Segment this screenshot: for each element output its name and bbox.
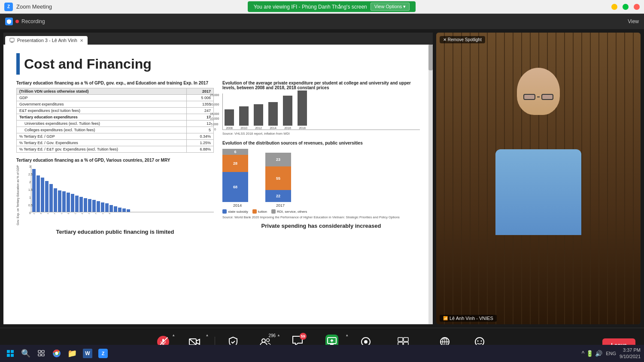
bar-2010: 2010: [239, 106, 249, 130]
tab-close-button[interactable]: ✕: [80, 38, 83, 43]
right-section2-title: Evolution of the distribution sources of…: [222, 141, 420, 145]
scroll-thumb[interactable]: [428, 45, 433, 70]
notification-banner: You are viewing IFI - Phùng Danh Thắng's…: [248, 1, 416, 12]
maximize-button[interactable]: [623, 4, 629, 10]
financing-table: (Trillion VDN unless otherwise stated) 2…: [16, 88, 214, 153]
zoom-logo: Z: [4, 3, 13, 11]
seg-tuition-2014: 28: [222, 155, 248, 172]
x-axis-labels: Denmark Norway Sweden Finland Canada Net…: [31, 213, 214, 216]
svg-rect-31: [38, 354, 41, 356]
bar-lao: [118, 208, 122, 212]
start-menu-icon[interactable]: [3, 347, 17, 360]
view-options-button[interactable]: View Options ▾: [371, 3, 410, 11]
y-axis-label: Gov. Exp. on Tertiary Education as % of …: [16, 165, 29, 225]
minimize-button[interactable]: [611, 4, 617, 10]
expenditure-bars: 25,000 20,000 15,000 10,000 5,000 0 2008: [222, 94, 420, 130]
title-bar-left: Z Zoom Meeting: [4, 3, 52, 11]
network-icon: 🔋: [586, 350, 593, 357]
word-taskbar-icon[interactable]: W: [81, 347, 94, 360]
tab-bar: Presentation 3 - Lê Anh Vinh ✕: [3, 33, 433, 45]
seg-rdi-2017: 23: [265, 153, 291, 166]
bar-denmark: [32, 169, 36, 212]
head: [517, 68, 560, 115]
bar-japan: [105, 203, 109, 212]
zoom-taskbar-icon[interactable]: Z: [96, 347, 110, 360]
stacked-bar-2014: 6 28 68: [222, 149, 252, 202]
seg-state-2017: 22: [265, 190, 291, 202]
window-controls: [611, 4, 640, 10]
bar-malaysia: [79, 197, 83, 212]
stacked-2017: 23 55 22 2017: [265, 153, 295, 208]
year-label-2014: 2014: [233, 203, 242, 208]
section2-title: Tertiary education financing as a % of G…: [16, 158, 214, 163]
legend-dot-rdi: [271, 209, 276, 214]
table-row: % Tertiary Ed. / E&T gov. Expenditures (…: [17, 146, 214, 153]
bar-norway: [36, 175, 40, 212]
bar-2012: 2012: [254, 104, 263, 130]
app-title: Zoom Meeting: [16, 3, 52, 10]
svg-point-23: [477, 340, 479, 341]
legend-state-label: state subsidy: [228, 210, 248, 214]
bar-republic: [88, 199, 91, 212]
stacked-2014: 6 28 68 2014: [222, 149, 252, 208]
system-tray: ^ 🔋 🔊: [582, 350, 603, 357]
svg-line-5: [189, 339, 196, 345]
body: [495, 149, 581, 235]
bar-finland: [45, 181, 49, 212]
table-row: Tertiary education expenditures17: [17, 114, 214, 121]
bar-france: [71, 194, 74, 212]
table-row: % Tertiary Ed. / Gov. Expenditures1.25%: [17, 140, 214, 146]
seg-state-2014: 68: [222, 172, 248, 202]
taskbar-right: ^ 🔋 🔊 ENG 3:37 PM 9/10/2021: [582, 347, 641, 360]
start-video-caret: ▲: [205, 333, 209, 337]
chevron-tray-icon[interactable]: ^: [582, 350, 585, 357]
clock-time: 3:37 PM: [620, 347, 641, 353]
view-button[interactable]: View: [628, 18, 639, 24]
close-button[interactable]: [634, 4, 640, 10]
svg-point-24: [481, 340, 482, 341]
bar-china2: [84, 198, 87, 212]
table-row: % Tertiary Ed. / GDP0.34%: [17, 133, 214, 140]
presentation-tab[interactable]: Presentation 3 - Lê Anh Vinh ✕: [5, 36, 88, 45]
legend-tuition: tuition: [252, 209, 267, 214]
right-section1-title: Evolution of the average private expendi…: [222, 81, 420, 90]
system-clock: 3:37 PM 9/10/2021: [620, 347, 641, 360]
volume-icon: 🔊: [595, 350, 602, 357]
presenter-figure: [436, 33, 641, 324]
bar-luxembourg: [114, 206, 117, 212]
country-chart: 3 2.5 2 1.5 1 0.5 0: [31, 165, 214, 225]
task-view-icon[interactable]: [34, 347, 48, 360]
share-screen-caret: ▲: [345, 333, 349, 337]
glasses: [523, 94, 553, 100]
participants-count: 296: [268, 333, 276, 338]
bar-sweden: [41, 178, 44, 212]
svg-rect-26: [11, 350, 14, 353]
slide-right-column: Evolution of the average private expendi…: [222, 81, 420, 309]
notification-text: You are viewing IFI - Phùng Danh Thắng's…: [254, 4, 367, 10]
file-explorer-taskbar-icon[interactable]: 📁: [65, 347, 79, 360]
seg-tuition-2017: 55: [265, 166, 291, 190]
bar-russian: [97, 201, 100, 212]
svg-point-7: [267, 338, 270, 341]
slide-left-column: Tertiary education financing as a % of G…: [16, 81, 214, 309]
scrollbar[interactable]: [428, 45, 433, 324]
section1-title: Tertiary education financing as a % of G…: [16, 81, 214, 85]
source-text-2: Source: World Bank 2020 Improving the Pe…: [222, 215, 420, 219]
chrome-taskbar-icon[interactable]: [50, 347, 64, 360]
remove-spotlight-button[interactable]: ✕ Remove Spotlight: [440, 36, 485, 43]
presentation-icon: [9, 38, 15, 43]
svg-rect-25: [7, 350, 10, 353]
clock-date: 9/10/2021: [620, 353, 641, 360]
bar-netherlands: [54, 188, 57, 212]
bar-indonesia: [109, 205, 113, 212]
presenter-name: Lê Anh Vinh - VNIES: [450, 316, 493, 321]
svg-rect-14: [398, 338, 403, 341]
bars-container: [31, 165, 214, 212]
search-taskbar-icon[interactable]: 🔍: [19, 347, 33, 360]
secondary-toolbar: Recording View: [0, 14, 644, 29]
slide-container: Cost and Financing Tertiary education fi…: [3, 45, 433, 324]
unmute-caret: ▲: [172, 333, 175, 337]
tab-label: Presentation 3 - Lê Anh Vinh: [17, 38, 77, 43]
svg-point-6: [262, 339, 265, 342]
bar-2008: 2008: [225, 109, 234, 130]
